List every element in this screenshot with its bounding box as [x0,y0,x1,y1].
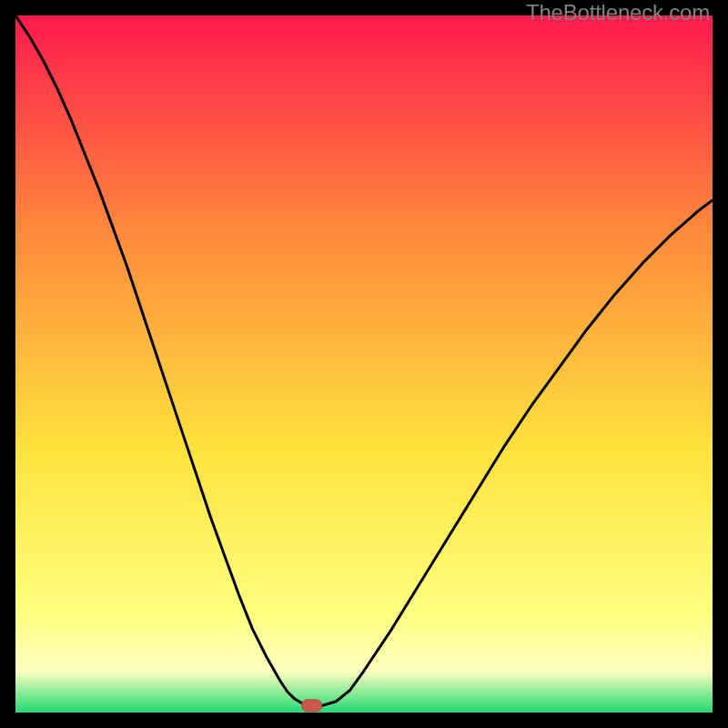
optimal-point-marker [302,700,322,712]
bottleneck-chart [15,15,713,713]
gradient-background [15,15,713,713]
attribution-text: TheBottleneck.com [526,0,710,25]
